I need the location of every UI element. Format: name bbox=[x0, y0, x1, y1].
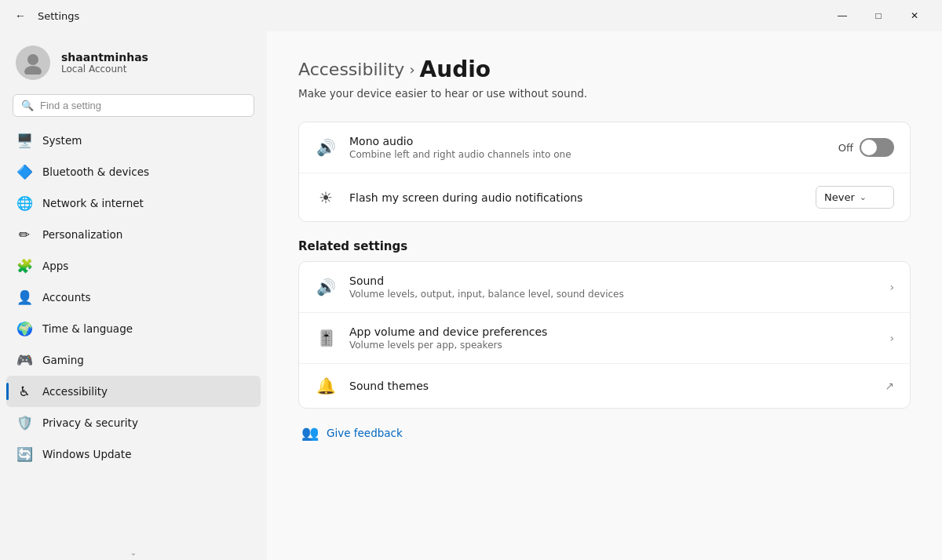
breadcrumb-parent[interactable]: Accessibility bbox=[298, 60, 404, 79]
nav-icon-bluetooth: 🔷 bbox=[16, 163, 33, 180]
related-text-sound-themes: Sound themes bbox=[349, 380, 872, 392]
titlebar: ← Settings — □ ✕ bbox=[0, 0, 942, 31]
related-row-sound-themes[interactable]: 🔔 Sound themes ↗ bbox=[299, 364, 910, 408]
nav-icon-network: 🌐 bbox=[16, 195, 33, 212]
nav-icon-personalization: ✏️ bbox=[16, 226, 33, 243]
related-icon-sound: 🔊 bbox=[315, 278, 337, 296]
related-settings-card: 🔊 Sound Volume levels, output, input, ba… bbox=[298, 261, 911, 409]
nav-label-apps: Apps bbox=[42, 260, 68, 272]
sidebar-item-gaming[interactable]: 🎮 Gaming bbox=[6, 344, 261, 376]
nav-label-gaming: Gaming bbox=[42, 354, 84, 366]
related-row-app-volume[interactable]: 🎚️ App volume and device preferences Vol… bbox=[299, 313, 910, 364]
sidebar-item-accounts[interactable]: 👤 Accounts bbox=[6, 282, 261, 313]
toggle-thumb-mono-audio bbox=[861, 140, 877, 155]
related-settings-title: Related settings bbox=[298, 239, 911, 253]
sidebar-item-network[interactable]: 🌐 Network & internet bbox=[6, 187, 261, 219]
related-text-sound: Sound Volume levels, output, input, bala… bbox=[349, 275, 877, 300]
user-section: shaantminhas Local Account bbox=[0, 31, 267, 91]
setting-text-mono-audio: Mono audio Combine left and right audio … bbox=[349, 135, 826, 160]
content-area: Accessibility › Audio Make your device e… bbox=[267, 31, 942, 560]
related-text-app-volume: App volume and device preferences Volume… bbox=[349, 325, 877, 351]
related-icon-sound-themes: 🔔 bbox=[315, 376, 337, 395]
search-container[interactable]: 🔍 bbox=[13, 94, 254, 117]
nav-icon-gaming: 🎮 bbox=[16, 351, 33, 369]
related-row-sound[interactable]: 🔊 Sound Volume levels, output, input, ba… bbox=[299, 262, 910, 313]
maximize-button[interactable]: □ bbox=[860, 3, 896, 28]
nav-label-network: Network & internet bbox=[42, 197, 144, 209]
give-feedback-row[interactable]: 👥 Give feedback bbox=[298, 413, 911, 441]
nav-icon-accounts: 👤 bbox=[16, 289, 33, 306]
sidebar-item-system[interactable]: 🖥️ System bbox=[6, 125, 261, 156]
sidebar-nav: 🖥️ System 🔷 Bluetooth & devices 🌐 Networ… bbox=[0, 125, 267, 545]
related-icon-app-volume: 🎚️ bbox=[315, 329, 337, 347]
nav-label-accounts: Accounts bbox=[42, 291, 91, 304]
setting-row-mono-audio: 🔊 Mono audio Combine left and right audi… bbox=[299, 122, 910, 173]
page-subtitle: Make your device easier to hear or use w… bbox=[298, 87, 911, 100]
setting-label-mono-audio: Mono audio bbox=[349, 135, 826, 147]
related-label-sound: Sound bbox=[349, 275, 877, 287]
search-input[interactable] bbox=[40, 100, 246, 111]
back-button[interactable]: ← bbox=[9, 5, 31, 27]
nav-icon-apps: 🧩 bbox=[16, 257, 33, 275]
search-icon: 🔍 bbox=[21, 100, 34, 111]
chevron-right-icon: › bbox=[889, 332, 894, 344]
sidebar-item-bluetooth[interactable]: 🔷 Bluetooth & devices bbox=[6, 156, 261, 187]
setting-text-flash-screen: Flash my screen during audio notificatio… bbox=[349, 191, 803, 204]
related-desc-sound: Volume levels, output, input, balance le… bbox=[349, 289, 877, 300]
sidebar-item-apps[interactable]: 🧩 Apps bbox=[6, 250, 261, 282]
close-button[interactable]: ✕ bbox=[896, 3, 933, 28]
nav-icon-accessibility: ♿ bbox=[16, 383, 33, 400]
user-account-type: Local Account bbox=[61, 64, 148, 75]
breadcrumb-current: Audio bbox=[420, 56, 491, 82]
external-link-icon: ↗ bbox=[885, 380, 894, 392]
give-feedback-icon: 👥 bbox=[301, 424, 319, 441]
search-wrap: 🔍 bbox=[0, 91, 267, 125]
setting-row-flash-screen: ☀️ Flash my screen during audio notifica… bbox=[299, 173, 910, 221]
related-label-app-volume: App volume and device preferences bbox=[349, 325, 877, 338]
nav-label-system: System bbox=[42, 134, 82, 147]
breadcrumb-separator: › bbox=[409, 61, 414, 78]
related-desc-app-volume: Volume levels per app, speakers bbox=[349, 340, 877, 351]
user-info: shaantminhas Local Account bbox=[61, 51, 148, 75]
sidebar-item-privacy[interactable]: 🛡️ Privacy & security bbox=[6, 407, 261, 438]
related-label-sound-themes: Sound themes bbox=[349, 380, 872, 392]
nav-icon-update: 🔄 bbox=[16, 445, 33, 463]
window-controls: — □ ✕ bbox=[824, 3, 933, 28]
nav-label-privacy: Privacy & security bbox=[42, 416, 138, 429]
main-layout: shaantminhas Local Account 🔍 🖥️ System 🔷… bbox=[0, 31, 942, 560]
breadcrumb: Accessibility › Audio bbox=[298, 56, 911, 82]
svg-point-0 bbox=[27, 54, 38, 65]
minimize-button[interactable]: — bbox=[824, 3, 860, 28]
chevron-right-icon: › bbox=[889, 281, 894, 293]
nav-label-update: Windows Update bbox=[42, 448, 131, 460]
toggle-control-mono-audio[interactable]: Off bbox=[838, 138, 894, 157]
main-settings-card: 🔊 Mono audio Combine left and right audi… bbox=[298, 122, 911, 222]
nav-label-accessibility: Accessibility bbox=[42, 385, 108, 398]
nav-label-time: Time & language bbox=[42, 322, 133, 335]
titlebar-title: Settings bbox=[38, 10, 79, 22]
sidebar-item-update[interactable]: 🔄 Windows Update bbox=[6, 438, 261, 470]
setting-icon-mono-audio: 🔊 bbox=[315, 138, 337, 157]
toggle-mono-audio[interactable] bbox=[860, 138, 894, 157]
toggle-label-mono-audio: Off bbox=[838, 142, 853, 154]
nav-icon-time: 🌍 bbox=[16, 320, 33, 337]
svg-point-1 bbox=[24, 66, 42, 75]
dropdown-value-flash-screen: Never bbox=[824, 191, 855, 203]
sidebar-item-personalization[interactable]: ✏️ Personalization bbox=[6, 219, 261, 250]
setting-desc-mono-audio: Combine left and right audio channels in… bbox=[349, 149, 826, 160]
avatar bbox=[16, 45, 50, 80]
setting-label-flash-screen: Flash my screen during audio notificatio… bbox=[349, 191, 803, 204]
scroll-indicator: ⌄ bbox=[0, 545, 267, 560]
setting-icon-flash-screen: ☀️ bbox=[315, 188, 337, 207]
sidebar-item-time[interactable]: 🌍 Time & language bbox=[6, 313, 261, 344]
nav-icon-system: 🖥️ bbox=[16, 132, 33, 149]
give-feedback-link[interactable]: Give feedback bbox=[327, 427, 403, 439]
nav-icon-privacy: 🛡️ bbox=[16, 414, 33, 431]
nav-label-personalization: Personalization bbox=[42, 228, 122, 241]
nav-label-bluetooth: Bluetooth & devices bbox=[42, 165, 149, 178]
user-name: shaantminhas bbox=[61, 51, 148, 64]
toggle-track-mono-audio bbox=[860, 138, 894, 157]
chevron-down-icon: ⌄ bbox=[860, 192, 867, 202]
sidebar-item-accessibility[interactable]: ♿ Accessibility bbox=[6, 376, 261, 407]
dropdown-flash-screen[interactable]: Never ⌄ bbox=[816, 186, 894, 209]
